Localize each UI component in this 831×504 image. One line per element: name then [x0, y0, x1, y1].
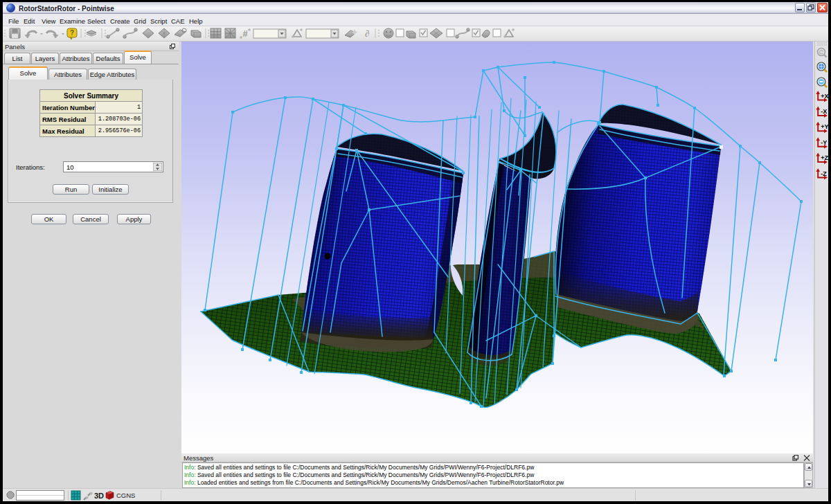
svg-text:-Z: -Z	[821, 170, 827, 177]
svg-text:3D: 3D	[94, 492, 104, 500]
svg-text:+Y: +Y	[821, 123, 828, 130]
svg-text:-Y: -Y	[821, 139, 827, 146]
svg-text:#: #	[242, 28, 248, 39]
svg-text:CGNS: CGNS	[116, 492, 135, 499]
svg-text:+X: +X	[821, 93, 828, 100]
svg-text:+Z: +Z	[821, 154, 828, 161]
svg-text:-X: -X	[821, 108, 827, 115]
svg-text:?: ?	[70, 29, 74, 37]
svg-text:∂: ∂	[365, 28, 369, 39]
